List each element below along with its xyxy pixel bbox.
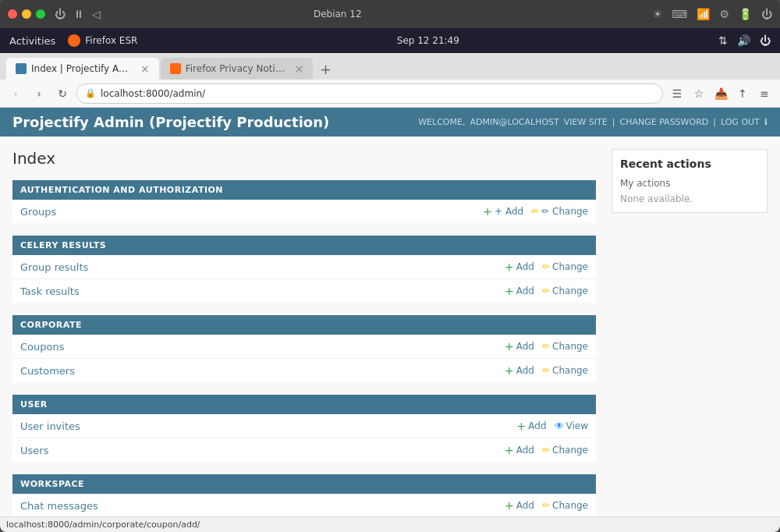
change-password-link[interactable]: CHANGE PASSWORD [620, 117, 709, 127]
tab-favicon-firefox [170, 63, 181, 74]
view-icon: 👁 [555, 420, 564, 431]
change-icon: ✏ [542, 261, 550, 272]
chat-messages-change-link[interactable]: ✏ Change [542, 500, 588, 511]
task-results-change-link[interactable]: ✏ Change [542, 286, 588, 296]
table-row: Group results + Add ✏ Change [12, 255, 596, 279]
row-actions: + + Add ✏ ✏ Change [483, 205, 588, 218]
browser-chrome: Index | Projectify Admin | × Firefox Pri… [0, 53, 780, 108]
tab-favicon-projectify [16, 63, 27, 74]
activities-button[interactable]: Activities [9, 35, 55, 47]
row-actions: + Add ✏ Change [505, 285, 588, 297]
add-icon: + [505, 340, 514, 353]
users-add-link[interactable]: + Add [505, 444, 534, 456]
coupons-change-link[interactable]: ✏ Change [542, 341, 588, 352]
admin-username: ADMIN@LOCALHOST [470, 117, 558, 127]
log-out-link[interactable]: LOG OUT [721, 117, 760, 127]
module-corporate: Corporate Coupons + Add ✏ Change Custome… [12, 315, 596, 382]
add-icon: + [505, 364, 514, 377]
tab-close-firefox[interactable]: × [295, 62, 304, 75]
taskbar-datetime: Sep 12 21:49 [397, 35, 459, 46]
browser-tabs: Index | Projectify Admin | × Firefox Pri… [0, 53, 780, 80]
groups-link[interactable]: Groups [20, 206, 483, 218]
customers-add-link[interactable]: + Add [505, 364, 534, 377]
user-invites-link[interactable]: User invites [20, 420, 517, 432]
module-user: User User invites + Add 👁 View Users + A… [12, 395, 596, 462]
tab-label-projectify: Index | Projectify Admin | [31, 63, 133, 74]
tab-firefox-privacy[interactable]: Firefox Privacy Notice — … × [161, 58, 314, 80]
module-header-celery: Celery Results [12, 236, 596, 255]
address-text: localhost:8000/admin/ [101, 88, 654, 99]
tab-projectify-admin[interactable]: Index | Projectify Admin | × [6, 58, 159, 80]
coupons-link[interactable]: Coupons [20, 341, 505, 353]
network-icon: ⇅ [718, 34, 728, 47]
admin-main: Index Authentication and Authorization G… [12, 149, 596, 516]
reload-button[interactable]: ↻ [53, 84, 72, 103]
title-bar-right: ☀ ⌨ 📶 ⚙ 🔋 ⏻ [653, 8, 772, 20]
coupons-add-link[interactable]: + Add [505, 340, 534, 353]
table-row: Coupons + Add ✏ Change [12, 335, 596, 359]
module-header-workspace: Workspace [12, 474, 596, 494]
chat-messages-link[interactable]: Chat messages [20, 500, 505, 512]
users-change-link[interactable]: ✏ Change [542, 445, 588, 456]
change-icon: ✏ [542, 341, 550, 352]
group-results-link[interactable]: Group results [20, 261, 505, 273]
recent-actions-title: Recent actions [620, 158, 759, 170]
task-results-link[interactable]: Task results [20, 286, 505, 297]
share-button[interactable]: ↑ [733, 84, 752, 103]
module-header-auth: Authentication and Authorization [12, 180, 596, 200]
power-icon2: ⏻ [761, 8, 772, 20]
admin-title: Projectify Admin (Projectify Production) [12, 114, 329, 130]
row-actions: + Add 👁 View [517, 420, 588, 432]
table-row: Users + Add ✏ Change [12, 438, 596, 462]
address-bar[interactable]: 🔒 localhost:8000/admin/ [76, 83, 663, 104]
menu-button[interactable]: ≡ [755, 84, 774, 103]
back-nav-button[interactable]: ‹ [6, 84, 25, 103]
close-button[interactable] [8, 9, 17, 19]
user-invites-add-link[interactable]: + Add [517, 420, 547, 432]
brightness-icon: ☀ [653, 8, 663, 20]
taskbar-right: ⇅ 🔊 ⏻ [718, 34, 771, 47]
add-icon: + [505, 285, 514, 297]
page-content: Projectify Admin (Projectify Production)… [0, 108, 780, 516]
change-icon: ✏ [542, 365, 550, 376]
groups-change-link[interactable]: ✏ ✏ Change [531, 206, 588, 217]
change-icon: ✏ [531, 206, 539, 217]
change-icon: ✏ [542, 286, 550, 296]
group-results-add-link[interactable]: + Add [505, 261, 534, 273]
row-actions: + Add ✏ Change [505, 261, 588, 273]
taskbar: Activities Firefox ESR Sep 12 21:49 ⇅ 🔊 … [0, 28, 780, 53]
module-celery: Celery Results Group results + Add ✏ Cha… [12, 236, 596, 303]
welcome-text: WELCOME, [418, 117, 465, 127]
user-invites-view-link[interactable]: 👁 View [555, 420, 588, 431]
battery-icon: 🔋 [739, 8, 752, 20]
table-row: Chat messages + Add ✏ Change [12, 494, 596, 516]
task-results-add-link[interactable]: + Add [505, 285, 534, 297]
star-button[interactable]: ☆ [690, 84, 708, 103]
row-actions: + Add ✏ Change [505, 364, 588, 377]
customers-link[interactable]: Customers [20, 365, 505, 377]
bookmark-button[interactable]: ☰ [668, 84, 686, 103]
settings-icon: ⚙ [719, 8, 729, 20]
groups-add-link[interactable]: + + Add [483, 205, 523, 218]
title-bar: ⏻ ⏸ ◁ Debian 12 ☀ ⌨ 📶 ⚙ 🔋 ⏻ [0, 0, 780, 28]
volume-icon: 🔊 [737, 34, 750, 47]
add-icon: + [483, 205, 492, 218]
customers-change-link[interactable]: ✏ Change [542, 365, 588, 376]
table-row: User invites + Add 👁 View [12, 414, 596, 438]
firefox-taskbar-icon [68, 34, 80, 47]
view-site-link[interactable]: VIEW SITE [564, 117, 608, 127]
pocket-button[interactable]: 📥 [711, 84, 730, 103]
row-actions: + Add ✏ Change [505, 499, 588, 512]
add-icon: + [505, 444, 514, 456]
users-link[interactable]: Users [20, 445, 505, 456]
new-tab-button[interactable]: + [314, 58, 336, 80]
forward-nav-button[interactable]: › [30, 84, 48, 103]
table-row: Task results + Add ✏ Change [12, 279, 596, 303]
group-results-change-link[interactable]: ✏ Change [542, 261, 588, 272]
chat-messages-add-link[interactable]: + Add [505, 499, 534, 512]
admin-body: Index Authentication and Authorization G… [0, 137, 780, 516]
taskbar-app[interactable]: Firefox ESR [68, 34, 137, 47]
tab-close-projectify[interactable]: × [140, 62, 150, 75]
status-url: localhost:8000/admin/corporate/coupon/ad… [6, 520, 200, 530]
admin-sidebar: Recent actions My actions None available… [612, 149, 768, 516]
